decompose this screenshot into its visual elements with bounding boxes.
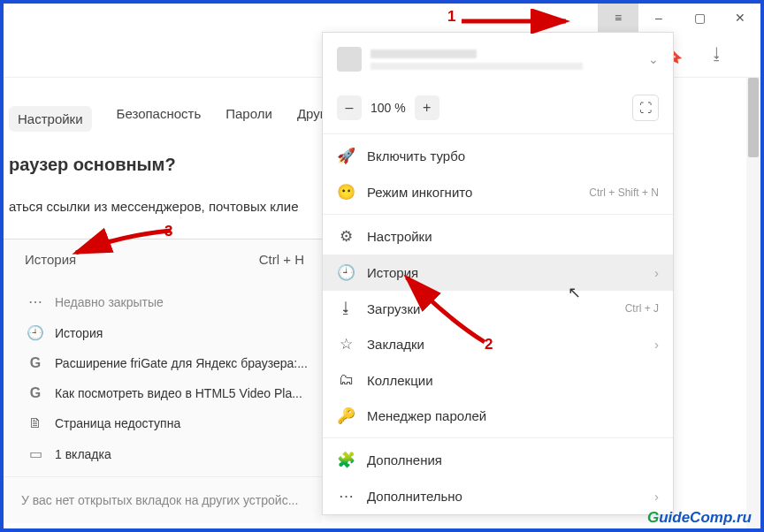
menu-item-label: Режим инкогнито — [367, 185, 472, 200]
recently-closed-item[interactable]: ⋯Недавно закрытые — [21, 286, 322, 317]
menu-bookmarks[interactable]: ☆Закладки› — [323, 326, 673, 362]
hamburger-menu-button[interactable]: ≡ — [598, 4, 638, 32]
close-icon: ✕ — [735, 11, 745, 25]
vertical-scrollbar[interactable] — [746, 78, 760, 528]
star-icon: ☆ — [337, 335, 355, 353]
collections-icon: 🗂 — [337, 371, 355, 389]
page-heading: раузер основным? — [9, 155, 176, 175]
menu-turbo[interactable]: 🚀Включить турбо — [323, 138, 673, 174]
download-icon: ⭳ — [337, 300, 355, 317]
menu-item-label: Загрузки — [367, 301, 420, 316]
list-item-label: Расширение friGate для Яндекс браузера:.… — [55, 356, 308, 370]
menu-settings[interactable]: ⚙Настройки — [323, 218, 673, 255]
divider — [323, 133, 673, 134]
avatar — [337, 47, 362, 72]
google-icon: G — [27, 385, 44, 401]
incognito-icon: 😶 — [337, 183, 355, 201]
minus-icon: – — [346, 100, 354, 116]
menu-item-label: Настройки — [367, 229, 432, 244]
tab-passwords[interactable]: Пароли — [225, 106, 272, 132]
tab-security[interactable]: Безопасность — [117, 106, 202, 132]
side-panel-header: История Ctrl + H — [4, 239, 322, 279]
minimize-icon: – — [655, 11, 662, 25]
clock-icon: 🕘 — [337, 263, 355, 282]
menu-collections[interactable]: 🗂Коллекции — [323, 362, 673, 398]
menu-history[interactable]: 🕘История› — [323, 255, 673, 291]
menu-addons[interactable]: 🧩Дополнения — [323, 442, 673, 478]
list-item-label: История — [55, 326, 103, 340]
fullscreen-button[interactable]: ⛶ — [632, 95, 659, 121]
watermark-text: uideComp.ru — [659, 509, 752, 526]
zoom-in-button[interactable]: + — [415, 95, 439, 120]
divider — [323, 437, 673, 438]
zoom-controls: – 100 % + ⛶ — [323, 86, 673, 130]
zoom-out-button[interactable]: – — [337, 95, 362, 120]
history-item[interactable]: 🕘История — [21, 317, 322, 348]
side-panel-title: История — [25, 252, 76, 267]
side-panel-shortcut: Ctrl + H — [259, 252, 304, 267]
maximize-button[interactable]: ▢ — [679, 4, 720, 32]
rocket-icon: 🚀 — [337, 147, 355, 165]
google-icon: G — [27, 355, 44, 371]
list-item-label: 1 вкладка — [55, 447, 111, 461]
profile-section[interactable]: ⌄ — [323, 33, 673, 86]
chevron-down-icon: ⌄ — [648, 52, 659, 66]
history-entry[interactable]: 🗎Страница недоступна — [21, 408, 322, 438]
side-panel-footer: У вас нет открытых вкладок на других уст… — [4, 476, 322, 523]
chevron-right-icon: › — [654, 489, 659, 504]
window-titlebar: ≡ – ▢ ✕ — [4, 4, 760, 32]
main-menu-popup: ⌄ – 100 % + ⛶ 🚀Включить турбо 😶Режим инк… — [322, 32, 674, 515]
divider — [323, 214, 673, 215]
recent-icon: ⋯ — [27, 293, 44, 310]
list-item-label: Как посмотреть видео в HTML5 Video Pla..… — [55, 386, 302, 400]
settings-tabs: Настройки Безопасность Пароли Другие у — [4, 97, 355, 141]
profile-text — [371, 49, 583, 70]
menu-item-label: Включить турбо — [367, 148, 465, 163]
menu-downloads[interactable]: ⭳ЗагрузкиCtrl + J — [323, 291, 673, 326]
menu-more[interactable]: ⋯Дополнительно› — [323, 478, 673, 514]
history-entry[interactable]: GКак посмотреть видео в HTML5 Video Pla.… — [21, 378, 322, 408]
menu-item-label: История — [367, 265, 418, 280]
history-entry[interactable]: GРасширение friGate для Яндекс браузера:… — [21, 348, 322, 378]
chevron-right-icon: › — [654, 337, 659, 352]
tabs-icon: ▭ — [27, 445, 44, 462]
list-item-label: Страница недоступна — [55, 416, 180, 430]
menu-password-manager[interactable]: 🔑Менеджер паролей — [323, 398, 673, 434]
close-button[interactable]: ✕ — [720, 4, 760, 32]
watermark: GuideComp.ru — [647, 509, 752, 527]
menu-item-label: Дополнения — [367, 452, 442, 467]
download-icon[interactable]: ⭳ — [709, 45, 725, 64]
tab-settings[interactable]: Настройки — [9, 106, 92, 132]
menu-incognito[interactable]: 😶Режим инкогнитоCtrl + Shift + N — [323, 174, 673, 210]
shortcut-label: Ctrl + J — [625, 302, 659, 315]
plus-icon: + — [423, 100, 431, 116]
maximize-icon: ▢ — [694, 11, 706, 25]
shortcut-label: Ctrl + Shift + N — [589, 186, 659, 199]
fullscreen-icon: ⛶ — [639, 101, 652, 115]
gear-icon: ⚙ — [337, 227, 355, 246]
key-icon: 🔑 — [337, 407, 355, 425]
history-side-panel: История Ctrl + H ⋯Недавно закрытые 🕘Исто… — [4, 239, 322, 523]
menu-item-label: Закладки — [367, 337, 424, 352]
puzzle-icon: 🧩 — [337, 451, 355, 469]
watermark-g: G — [647, 509, 659, 526]
scrollbar-thumb[interactable] — [748, 78, 759, 157]
tab-group-item[interactable]: ▭1 вкладка — [21, 438, 322, 469]
page-subtext: аться ссылки из мессенджеров, почтовых к… — [9, 199, 299, 214]
hamburger-icon: ≡ — [615, 11, 622, 25]
menu-item-label: Дополнительно — [367, 489, 462, 504]
more-icon: ⋯ — [337, 487, 355, 505]
list-item-label: Недавно закрытые — [55, 295, 164, 309]
minimize-button[interactable]: – — [638, 4, 679, 32]
menu-item-label: Менеджер паролей — [367, 408, 486, 423]
page-icon: 🗎 — [27, 415, 44, 431]
clock-icon: 🕘 — [27, 324, 44, 341]
chevron-right-icon: › — [654, 265, 659, 280]
menu-item-label: Коллекции — [367, 373, 433, 388]
zoom-value: 100 % — [371, 101, 406, 115]
